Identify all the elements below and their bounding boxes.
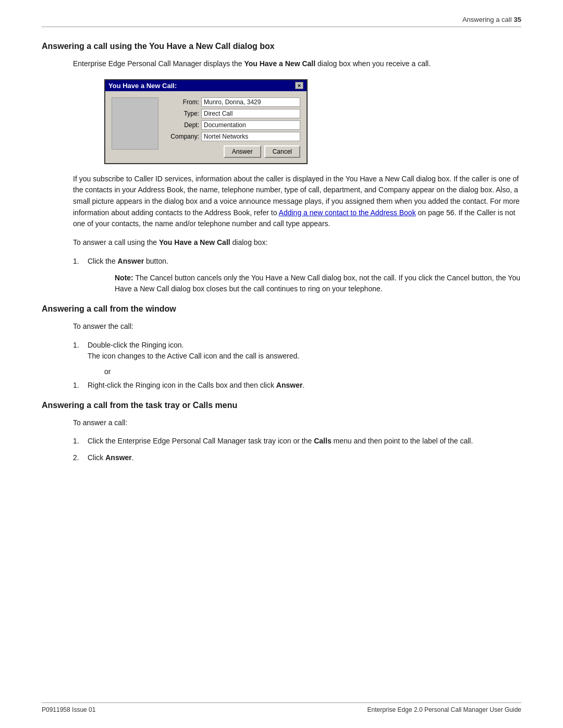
section-answering-window: Answering a call from the window To answ…: [42, 304, 521, 391]
from-label: From:: [164, 98, 199, 106]
section2-intro: To answer the call:: [73, 321, 521, 332]
dialog-from-row: From: Munro, Donna, 3429: [164, 97, 300, 107]
section3-steps: 1. Click the Enterprise Edge Personal Ca…: [73, 436, 521, 463]
header-label: Answering a call35: [462, 16, 521, 23]
dialog-title: You Have a New Call:: [108, 82, 177, 90]
section2-step2-list: 1. Right-click the Ringing icon in the C…: [73, 380, 521, 391]
dept-label: Dept:: [164, 121, 199, 129]
cancel-button[interactable]: Cancel: [264, 145, 300, 158]
section1-heading: Answering a call using the You Have a Ne…: [42, 42, 521, 51]
dialog-company-row: Company: Nortel Networks: [164, 132, 300, 141]
dialog-dept-row: Dept: Documentation: [164, 120, 300, 130]
dialog-photo: [112, 97, 158, 150]
section1-intro: Enterprise Edge Personal Call Manager di…: [73, 58, 521, 70]
answer-button[interactable]: Answer: [224, 145, 261, 158]
dialog-box: You Have a New Call: × From: Munro, Donn…: [104, 79, 308, 164]
section-answering-dialog: Answering a call using the You Have a Ne…: [42, 42, 521, 295]
section2-step2: 1. Right-click the Ringing icon in the C…: [73, 380, 521, 391]
page-header: Answering a call35: [42, 16, 521, 27]
type-value: Direct Call: [201, 109, 300, 118]
footer-left: P0911958 Issue 01: [42, 706, 95, 713]
dialog-fields: From: Munro, Donna, 3429 Type: Direct Ca…: [164, 97, 300, 158]
dialog-screenshot: You Have a New Call: × From: Munro, Donn…: [104, 79, 521, 164]
section2-step1: 1. Double-click the Ringing icon. The ic…: [73, 340, 521, 362]
company-label: Company:: [164, 133, 199, 140]
from-value: Munro, Donna, 3429: [201, 97, 300, 107]
type-label: Type:: [164, 110, 199, 117]
step1-answer: 1. Click the Answer button.: [73, 256, 521, 267]
dept-value: Documentation: [201, 120, 300, 130]
page-footer: P0911958 Issue 01 Enterprise Edge 2.0 Pe…: [42, 702, 521, 713]
dialog-titlebar: You Have a New Call: ×: [105, 80, 307, 91]
section3-step1: 1. Click the Enterprise Edge Personal Ca…: [73, 436, 521, 447]
section1-body1: If you subscribe to Caller ID services, …: [73, 174, 521, 230]
company-value: Nortel Networks: [201, 132, 300, 141]
note-block: Note: The Cancel button cancels only the…: [115, 273, 521, 295]
section2-heading: Answering a call from the window: [42, 304, 521, 314]
section1-steps: 1. Click the Answer button.: [73, 256, 521, 267]
section1-instruction: To answer a call using the You Have a Ne…: [73, 237, 521, 249]
section3-step2: 2. Click Answer.: [73, 452, 521, 464]
section3-heading: Answering a call from the task tray or C…: [42, 401, 521, 410]
section-answering-tasktray: Answering a call from the task tray or C…: [42, 401, 521, 464]
section3-intro: To answer a call:: [73, 417, 521, 429]
dialog-body: From: Munro, Donna, 3429 Type: Direct Ca…: [105, 91, 307, 163]
address-book-link[interactable]: Adding a new contact to the Address Book: [279, 208, 416, 217]
or-separator: or: [104, 367, 521, 376]
dialog-type-row: Type: Direct Call: [164, 109, 300, 118]
dialog-buttons: Answer Cancel: [164, 145, 300, 158]
section2-steps: 1. Double-click the Ringing icon. The ic…: [73, 340, 521, 362]
footer-right: Enterprise Edge 2.0 Personal Call Manage…: [368, 706, 522, 713]
dialog-close-button[interactable]: ×: [295, 82, 303, 89]
